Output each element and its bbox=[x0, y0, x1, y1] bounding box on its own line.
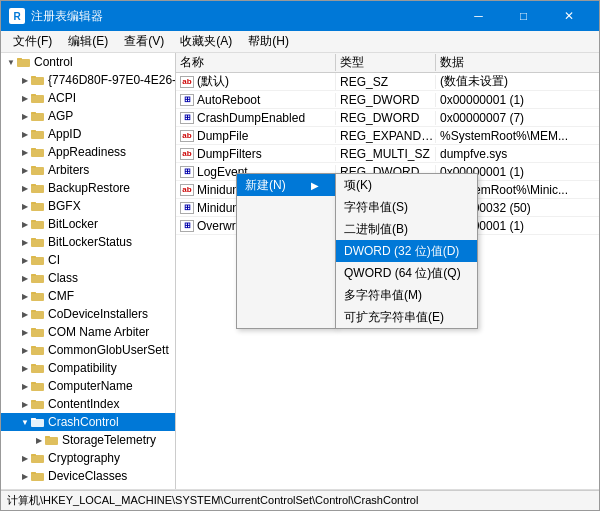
svg-rect-40 bbox=[31, 419, 44, 427]
table-row[interactable]: ab(默认)REG_SZ(数值未设置) bbox=[176, 73, 599, 91]
svg-rect-18 bbox=[31, 221, 44, 229]
tree-item-label: AGP bbox=[48, 109, 73, 123]
tree-item-bgfx[interactable]: ▶ BGFX bbox=[1, 197, 175, 215]
svg-rect-41 bbox=[31, 418, 36, 420]
tree-item-contentindex[interactable]: ▶ ContentIndex bbox=[1, 395, 175, 413]
tree-item-appreadiness[interactable]: ▶ AppReadiness bbox=[1, 143, 175, 161]
menu-item-favorites[interactable]: 收藏夹(A) bbox=[172, 31, 240, 52]
tree-item-appid[interactable]: ▶ AppID bbox=[1, 125, 175, 143]
tree-item-computername[interactable]: ▶ ComputerName bbox=[1, 377, 175, 395]
right-pane: 名称 类型 数据 ab(默认)REG_SZ(数值未设置)⊞AutoRebootR… bbox=[176, 53, 599, 489]
col-header-name: 名称 bbox=[176, 54, 336, 71]
main-content: ▼ Control▶ {7746D80F-97E0-4E26-...▶ ACPI… bbox=[1, 53, 599, 490]
svg-rect-42 bbox=[45, 437, 58, 445]
table-row[interactable]: abDumpFiltersREG_MULTI_SZdumpfve.sys bbox=[176, 145, 599, 163]
submenu-item-strval[interactable]: 字符串值(S) bbox=[336, 196, 477, 218]
cell-data: 0x00000001 (1) bbox=[436, 93, 599, 107]
tree-item-label: Compatibility bbox=[48, 361, 117, 375]
tree-item-ci[interactable]: ▶ CI bbox=[1, 251, 175, 269]
reg-icon-ab: ab bbox=[180, 76, 194, 88]
tree-item-bitlockerstatus[interactable]: ▶ BitLockerStatus bbox=[1, 233, 175, 251]
tree-folder-icon bbox=[31, 326, 45, 338]
submenu-item-qword64[interactable]: QWORD (64 位)值(Q) bbox=[336, 262, 477, 284]
cell-name: abDumpFilters bbox=[176, 147, 336, 161]
tree-expand-icon: ▶ bbox=[19, 344, 31, 356]
tree-item-storagetelemetry[interactable]: ▶ StorageTelemetry bbox=[1, 431, 175, 449]
menu-item-view[interactable]: 查看(V) bbox=[116, 31, 172, 52]
minimize-button[interactable]: ─ bbox=[456, 1, 501, 31]
svg-rect-36 bbox=[31, 383, 44, 391]
tree-item-cryptography[interactable]: ▶ Cryptography bbox=[1, 449, 175, 467]
tree-item-label: ComputerName bbox=[48, 379, 133, 393]
tree-item-bitlocker[interactable]: ▶ BitLocker bbox=[1, 215, 175, 233]
tree-item-agp[interactable]: ▶ AGP bbox=[1, 107, 175, 125]
svg-rect-1 bbox=[17, 58, 22, 60]
tree-expand-icon: ▶ bbox=[19, 398, 31, 410]
context-submenu: 项(K)字符串值(S)二进制值(B)DWORD (32 位)值(D)QWORD … bbox=[335, 173, 478, 329]
tree-item-deviceclasses[interactable]: ▶ DeviceClasses bbox=[1, 467, 175, 485]
tree-folder-icon bbox=[31, 200, 45, 212]
tree-item-codeviceinstallers[interactable]: ▶ CoDeviceInstallers bbox=[1, 305, 175, 323]
table-row[interactable]: ⊞CrashDumpEnabledREG_DWORD0x00000007 (7) bbox=[176, 109, 599, 127]
title-bar: R 注册表编辑器 ─ □ ✕ bbox=[1, 1, 599, 31]
svg-rect-16 bbox=[31, 203, 44, 211]
cell-data: %SystemRoot%\MEM... bbox=[436, 129, 599, 143]
reg-entry-name: DumpFile bbox=[197, 129, 248, 143]
svg-rect-46 bbox=[31, 473, 44, 481]
submenu-item-multistr[interactable]: 多字符串值(M) bbox=[336, 284, 477, 306]
tree-expand-icon: ▶ bbox=[19, 362, 31, 374]
svg-rect-45 bbox=[31, 454, 36, 456]
tree-item-arbiters[interactable]: ▶ Arbiters bbox=[1, 161, 175, 179]
window-title: 注册表编辑器 bbox=[31, 8, 103, 25]
tree-item-comnamearbiter[interactable]: ▶ COM Name Arbiter bbox=[1, 323, 175, 341]
svg-rect-37 bbox=[31, 382, 36, 384]
tree-item-control[interactable]: ▼ Control bbox=[1, 53, 175, 71]
tree-folder-icon bbox=[31, 380, 45, 392]
close-button[interactable]: ✕ bbox=[546, 1, 591, 31]
submenu-item-expandstr[interactable]: 可扩充字符串值(E) bbox=[336, 306, 477, 328]
tree-item-acpi[interactable]: ▶ ACPI bbox=[1, 89, 175, 107]
tree-expand-icon: ▶ bbox=[19, 380, 31, 392]
tree-expand-icon: ▶ bbox=[19, 218, 31, 230]
tree-item-compatibility[interactable]: ▶ Compatibility bbox=[1, 359, 175, 377]
submenu-item-dword32[interactable]: DWORD (32 位)值(D) bbox=[336, 240, 477, 262]
tree-expand-icon: ▶ bbox=[19, 452, 31, 464]
new-submenu-trigger[interactable]: 新建(N) ▶ bbox=[236, 173, 336, 329]
svg-rect-27 bbox=[31, 292, 36, 294]
tree-pane[interactable]: ▼ Control▶ {7746D80F-97E0-4E26-...▶ ACPI… bbox=[1, 53, 176, 489]
tree-item-crashcontrol[interactable]: ▼ CrashControl bbox=[1, 413, 175, 431]
menu-item-help[interactable]: 帮助(H) bbox=[240, 31, 297, 52]
tree-item-class[interactable]: ▶ Class bbox=[1, 269, 175, 287]
tree-item-label: BackupRestore bbox=[48, 181, 130, 195]
submenu-item-key[interactable]: 项(K) bbox=[336, 174, 477, 196]
tree-item-label: StorageTelemetry bbox=[62, 433, 156, 447]
tree-item-label: CommonGlobUserSett bbox=[48, 343, 169, 357]
svg-rect-24 bbox=[31, 275, 44, 283]
tree-item-guid[interactable]: ▶ {7746D80F-97E0-4E26-... bbox=[1, 71, 175, 89]
tree-item-commonglobusersett[interactable]: ▶ CommonGlobUserSett bbox=[1, 341, 175, 359]
context-menu-container: 新建(N) ▶ 项(K)字符串值(S)二进制值(B)DWORD (32 位)值(… bbox=[236, 173, 479, 329]
svg-rect-15 bbox=[31, 184, 36, 186]
tree-item-label: Control bbox=[34, 55, 73, 69]
svg-rect-21 bbox=[31, 238, 36, 240]
tree-item-label: Arbiters bbox=[48, 163, 89, 177]
menu-item-file[interactable]: 文件(F) bbox=[5, 31, 60, 52]
tree-folder-icon bbox=[31, 164, 45, 176]
new-menu-entry[interactable]: 新建(N) ▶ bbox=[237, 174, 335, 196]
maximize-button[interactable]: □ bbox=[501, 1, 546, 31]
status-bar: 计算机\HKEY_LOCAL_MACHINE\SYSTEM\CurrentCon… bbox=[1, 490, 599, 510]
menu-item-edit[interactable]: 编辑(E) bbox=[60, 31, 116, 52]
tree-item-label: ContentIndex bbox=[48, 397, 119, 411]
tree-item-label: BitLocker bbox=[48, 217, 98, 231]
table-row[interactable]: abDumpFileREG_EXPAND_SZ%SystemRoot%\MEM.… bbox=[176, 127, 599, 145]
tree-item-cmf[interactable]: ▶ CMF bbox=[1, 287, 175, 305]
tree-folder-icon bbox=[31, 128, 45, 140]
table-row[interactable]: ⊞AutoRebootREG_DWORD0x00000001 (1) bbox=[176, 91, 599, 109]
tree-folder-icon bbox=[31, 362, 45, 374]
tree-item-backuprestore[interactable]: ▶ BackupRestore bbox=[1, 179, 175, 197]
reg-entry-name: AutoReboot bbox=[197, 93, 260, 107]
submenu-item-binval[interactable]: 二进制值(B) bbox=[336, 218, 477, 240]
tree-item-label: Class bbox=[48, 271, 78, 285]
svg-rect-10 bbox=[31, 149, 44, 157]
tree-expand-icon: ▶ bbox=[19, 92, 31, 104]
